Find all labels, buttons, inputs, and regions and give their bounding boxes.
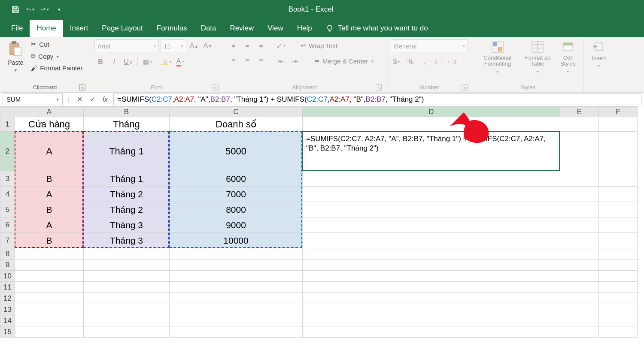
cell-A9[interactable]: [15, 259, 84, 271]
cell-F9[interactable]: [599, 259, 638, 271]
cell-A15[interactable]: [15, 326, 84, 338]
row-header-3[interactable]: 3: [0, 171, 15, 187]
cell-B9[interactable]: [84, 259, 170, 271]
cell-A4[interactable]: A: [15, 187, 84, 202]
formula-input[interactable]: =SUMIFS(C2:C7, A2:A7, "A", B2:B7, "Tháng…: [113, 94, 641, 105]
cell-C11[interactable]: [170, 282, 303, 293]
cell-C4[interactable]: 7000: [170, 187, 303, 202]
format-painter-button[interactable]: 🖌Format Painter: [29, 63, 84, 72]
cell-styles-button[interactable]: Cell Styles▾: [557, 39, 579, 75]
cell-C15[interactable]: [170, 326, 303, 338]
cell-D5[interactable]: [303, 202, 560, 217]
tab-data[interactable]: Data: [194, 20, 223, 37]
font-launcher-icon[interactable]: ↘: [213, 84, 219, 90]
increase-indent-icon[interactable]: ⇥: [289, 55, 301, 67]
cell-D6[interactable]: [303, 217, 560, 233]
cell-F14[interactable]: [599, 315, 638, 326]
cell-E13[interactable]: [560, 304, 599, 315]
font-name-combo[interactable]: Arial▾: [94, 39, 159, 52]
col-header-B[interactable]: B: [84, 107, 170, 117]
number-launcher-icon[interactable]: ↘: [462, 84, 468, 90]
cell-B6[interactable]: Tháng 3: [84, 217, 170, 233]
cell-D11[interactable]: [303, 282, 560, 293]
cell-D2[interactable]: =SUMIFS(C2:C7, A2:A7, "A", B2:B7, "Tháng…: [303, 132, 560, 171]
align-right-icon[interactable]: ≡: [255, 55, 267, 67]
align-middle-icon[interactable]: ≡: [241, 39, 253, 51]
row-header-15[interactable]: 15: [0, 326, 15, 338]
conditional-formatting-button[interactable]: Conditional Formatting▾: [477, 39, 519, 75]
save-icon[interactable]: [11, 5, 20, 14]
cell-D10[interactable]: [303, 271, 560, 282]
cell-D3[interactable]: [303, 171, 560, 187]
orientation-icon[interactable]: ⤢: [275, 39, 287, 51]
cell-B11[interactable]: [84, 282, 170, 293]
cell-A2[interactable]: A: [15, 132, 84, 171]
cell-F2[interactable]: [599, 132, 638, 171]
cell-E9[interactable]: [560, 259, 599, 271]
cell-C12[interactable]: [170, 293, 303, 304]
cell-E7[interactable]: [560, 233, 599, 248]
cell-A6[interactable]: A: [15, 217, 84, 233]
cell-C1[interactable]: Doanh số: [170, 117, 303, 132]
cell-E14[interactable]: [560, 315, 599, 326]
cell-C5[interactable]: 8000: [170, 202, 303, 217]
cell-B4[interactable]: Tháng 2: [84, 187, 170, 202]
cell-A3[interactable]: B: [15, 171, 84, 187]
qat-customize-icon[interactable]: ▾: [55, 5, 64, 14]
cell-F5[interactable]: [599, 202, 638, 217]
cell-B5[interactable]: Tháng 2: [84, 202, 170, 217]
cell-A7[interactable]: B: [15, 233, 84, 248]
tab-view[interactable]: View: [261, 20, 290, 37]
cell-E8[interactable]: [560, 248, 599, 259]
cell-C2[interactable]: 5000: [170, 132, 303, 171]
row-header-6[interactable]: 6: [0, 217, 15, 233]
col-header-A[interactable]: A: [15, 107, 84, 117]
row-header-7[interactable]: 7: [0, 233, 15, 248]
cell-A12[interactable]: [15, 293, 84, 304]
col-header-C[interactable]: C: [170, 107, 303, 117]
bold-icon[interactable]: B: [94, 56, 106, 68]
merge-center-button[interactable]: ⬌Merge & Center▾: [313, 56, 375, 66]
cell-F10[interactable]: [599, 271, 638, 282]
cell-C3[interactable]: 6000: [170, 171, 303, 187]
cell-B15[interactable]: [84, 326, 170, 338]
tab-formulas[interactable]: Formulas: [150, 20, 194, 37]
cell-B1[interactable]: Tháng: [84, 117, 170, 132]
cell-B12[interactable]: [84, 293, 170, 304]
underline-icon[interactable]: U: [122, 56, 134, 68]
tab-help[interactable]: Help: [290, 20, 319, 37]
font-size-combo[interactable]: 11▾: [161, 39, 186, 52]
cell-D9[interactable]: [303, 259, 560, 271]
align-top-icon[interactable]: ≡: [228, 39, 240, 51]
cell-F1[interactable]: [599, 117, 638, 132]
tab-page-layout[interactable]: Page Layout: [95, 20, 149, 37]
format-as-table-button[interactable]: Format as Table▾: [522, 39, 553, 75]
col-header-D[interactable]: D: [303, 107, 560, 117]
col-header-E[interactable]: E: [560, 107, 599, 117]
cell-C14[interactable]: [170, 315, 303, 326]
redo-icon[interactable]: ▾: [40, 5, 49, 14]
undo-icon[interactable]: ▾: [26, 5, 34, 14]
cell-C13[interactable]: [170, 304, 303, 315]
row-header-4[interactable]: 4: [0, 187, 15, 202]
cell-F6[interactable]: [599, 217, 638, 233]
fx-icon[interactable]: fx: [99, 93, 112, 106]
cell-D12[interactable]: [303, 293, 560, 304]
cell-E6[interactable]: [560, 217, 599, 233]
cell-C8[interactable]: [170, 248, 303, 259]
cancel-formula-button[interactable]: ✕: [73, 93, 86, 106]
cell-C9[interactable]: [170, 259, 303, 271]
cell-F15[interactable]: [599, 326, 638, 338]
cell-B2[interactable]: Tháng 1: [84, 132, 170, 171]
increase-decimal-icon[interactable]: .0→: [432, 56, 444, 68]
enter-formula-button[interactable]: ✓: [86, 93, 99, 106]
cell-E4[interactable]: [560, 187, 599, 202]
cell-B7[interactable]: Tháng 3: [84, 233, 170, 248]
alignment-launcher-icon[interactable]: ↘: [376, 84, 382, 90]
col-header-F[interactable]: F: [599, 107, 638, 117]
cell-C7[interactable]: 10000: [170, 233, 303, 248]
cell-E3[interactable]: [560, 171, 599, 187]
cut-button[interactable]: ✂Cut: [29, 39, 84, 49]
cell-E10[interactable]: [560, 271, 599, 282]
tab-review[interactable]: Review: [223, 20, 261, 37]
